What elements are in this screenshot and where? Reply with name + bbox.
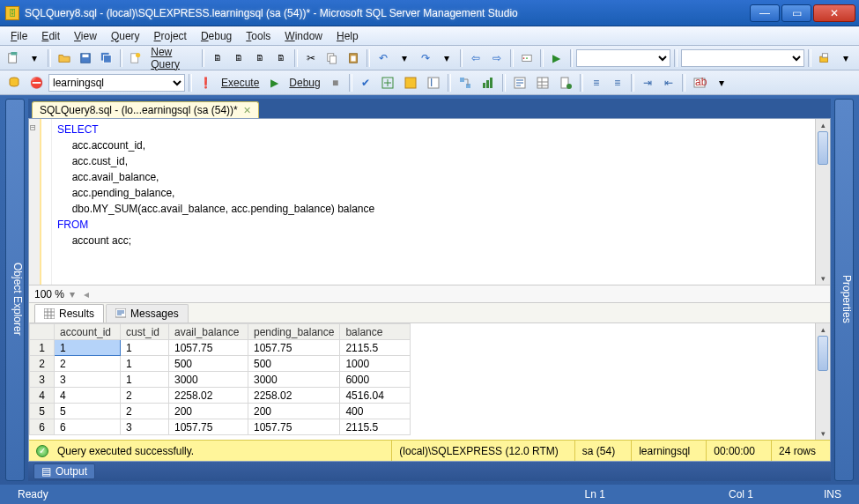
cell-pending_balance[interactable]: 500 xyxy=(248,356,340,372)
table-row[interactable]: 2215005001000 xyxy=(30,356,411,372)
table-row[interactable]: 552200200400 xyxy=(30,404,411,419)
registered-servers-button[interactable] xyxy=(815,48,834,68)
cut-button[interactable]: ✂ xyxy=(301,48,321,68)
properties-tab[interactable]: Properties xyxy=(834,99,854,481)
sql-toolbar-overflow[interactable]: ▾ xyxy=(712,73,731,93)
cell-avail_balance[interactable]: 3000 xyxy=(169,372,248,388)
cell-avail_balance[interactable]: 200 xyxy=(169,404,248,419)
cell-account_id[interactable]: 6 xyxy=(55,419,121,435)
results-file-button[interactable] xyxy=(555,73,576,93)
menu-file[interactable]: File xyxy=(4,28,34,44)
results-grid[interactable]: account_id cust_id avail_balance pending… xyxy=(29,323,830,440)
nav-back-button[interactable]: ⇦ xyxy=(466,48,485,68)
activity-button[interactable] xyxy=(517,48,537,68)
grid-scrollbar[interactable]: ▴ ▾ xyxy=(815,323,830,440)
cell-balance[interactable]: 2115.5 xyxy=(340,419,411,435)
results-text-button[interactable] xyxy=(509,73,530,93)
tab-results[interactable]: Results xyxy=(34,304,104,322)
object-explorer-tab[interactable]: Object Explorer xyxy=(5,99,25,481)
cell-account_id[interactable]: 5 xyxy=(55,404,121,419)
cell-avail_balance[interactable]: 500 xyxy=(169,356,248,372)
outline-collapse-icon[interactable]: ⊟ xyxy=(30,122,36,133)
results-grid-button[interactable] xyxy=(532,73,553,93)
database-combo[interactable]: learningsql xyxy=(48,74,185,92)
menu-project[interactable]: Project xyxy=(147,28,194,44)
table-row[interactable]: 331300030006000 xyxy=(30,372,411,388)
menu-edit[interactable]: Edit xyxy=(34,28,67,44)
connect-button[interactable] xyxy=(4,73,25,93)
scroll-up-icon[interactable]: ▴ xyxy=(816,119,830,131)
document-tab-active[interactable]: SQLQuery8.sql - (lo...earningsql (sa (54… xyxy=(32,101,259,118)
grid-corner[interactable] xyxy=(30,324,55,340)
scroll-down-icon[interactable]: ▾ xyxy=(816,272,830,285)
undo-dropdown[interactable]: ▾ xyxy=(395,48,414,68)
redo-button[interactable]: ↷ xyxy=(416,48,435,68)
indent-button[interactable]: ⇥ xyxy=(638,73,657,93)
cell-balance[interactable]: 2115.5 xyxy=(340,340,411,356)
db-icon-4[interactable]: 🗎 xyxy=(271,48,291,68)
new-dropdown[interactable]: ▾ xyxy=(25,48,44,68)
menu-query[interactable]: Query xyxy=(104,28,147,44)
save-all-button[interactable] xyxy=(97,48,116,68)
execute-label[interactable]: Execute xyxy=(218,77,263,89)
specify-values-button[interactable]: ab xyxy=(689,73,710,93)
cell-cust_id[interactable]: 1 xyxy=(121,356,169,372)
find-combo[interactable] xyxy=(681,49,804,67)
query-options-button[interactable] xyxy=(400,73,421,93)
row-header[interactable]: 6 xyxy=(30,419,55,435)
cell-cust_id[interactable]: 1 xyxy=(121,372,169,388)
minimize-button[interactable]: — xyxy=(750,4,780,22)
redo-dropdown[interactable]: ▾ xyxy=(437,48,456,68)
start-button[interactable]: ▶ xyxy=(547,48,566,68)
db-icon-2[interactable]: 🗎 xyxy=(229,48,248,68)
col-cust-id[interactable]: cust_id xyxy=(121,324,169,340)
table-row[interactable]: 4422258.022258.024516.04 xyxy=(30,388,411,404)
stop-button[interactable]: ■ xyxy=(326,73,345,93)
change-connection-button[interactable]: ⛔ xyxy=(26,73,47,93)
maximize-button[interactable]: ▭ xyxy=(781,4,811,22)
copy-button[interactable] xyxy=(322,48,342,68)
nav-fwd-button[interactable]: ⇨ xyxy=(487,48,507,68)
menu-tools[interactable]: Tools xyxy=(239,28,278,44)
new-query-button[interactable] xyxy=(126,48,145,68)
cell-pending_balance[interactable]: 1057.75 xyxy=(248,340,340,356)
row-header[interactable]: 2 xyxy=(30,356,55,372)
cell-cust_id[interactable]: 1 xyxy=(121,340,169,356)
cell-pending_balance[interactable]: 200 xyxy=(248,404,340,419)
open-button[interactable] xyxy=(55,48,74,68)
undo-button[interactable]: ↶ xyxy=(374,48,393,68)
cell-cust_id[interactable]: 2 xyxy=(121,388,169,404)
cell-balance[interactable]: 4516.04 xyxy=(340,388,411,404)
debug-label[interactable]: Debug xyxy=(285,77,323,89)
cell-avail_balance[interactable]: 1057.75 xyxy=(169,340,248,356)
menu-help[interactable]: Help xyxy=(330,28,366,44)
cell-pending_balance[interactable]: 3000 xyxy=(248,372,340,388)
sql-code-text[interactable]: SELECT acc.account_id, acc.cust_id, acc.… xyxy=(52,119,815,285)
row-header[interactable]: 1 xyxy=(30,340,55,356)
menu-debug[interactable]: Debug xyxy=(194,28,239,44)
row-header[interactable]: 4 xyxy=(30,388,55,404)
new-query-label[interactable]: New Query xyxy=(147,46,197,70)
cell-account_id[interactable]: 2 xyxy=(55,356,121,372)
new-project-button[interactable] xyxy=(4,48,23,68)
cell-cust_id[interactable]: 2 xyxy=(121,404,169,419)
grid-scroll-up-icon[interactable]: ▴ xyxy=(816,323,830,336)
uncomment-button[interactable]: ≡ xyxy=(608,73,627,93)
document-tab-close-icon[interactable]: ✕ xyxy=(243,105,251,116)
tab-messages[interactable]: Messages xyxy=(106,304,189,322)
save-button[interactable] xyxy=(76,48,95,68)
col-avail-balance[interactable]: avail_balance xyxy=(169,324,248,340)
grid-scroll-down-icon[interactable]: ▾ xyxy=(816,427,830,440)
db-icon-3[interactable]: 🗎 xyxy=(250,48,270,68)
comment-button[interactable]: ≡ xyxy=(587,73,606,93)
debug-play-icon[interactable]: ▶ xyxy=(264,73,284,93)
col-account-id[interactable]: account_id xyxy=(55,324,121,340)
cell-avail_balance[interactable]: 2258.02 xyxy=(169,388,248,404)
menu-view[interactable]: View xyxy=(67,28,104,44)
cell-account_id[interactable]: 1 xyxy=(55,340,121,356)
row-header[interactable]: 5 xyxy=(30,404,55,419)
col-balance[interactable]: balance xyxy=(340,324,411,340)
cell-account_id[interactable]: 3 xyxy=(55,372,121,388)
cell-balance[interactable]: 6000 xyxy=(340,372,411,388)
cell-balance[interactable]: 1000 xyxy=(340,356,411,372)
